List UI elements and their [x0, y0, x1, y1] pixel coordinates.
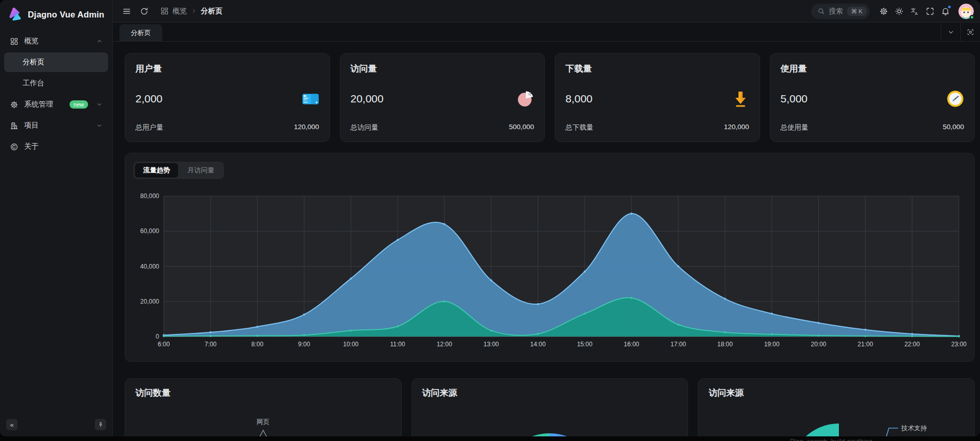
tab-analysis-page[interactable]: 分析页 [119, 24, 162, 41]
sidebar-item-label: 项目 [24, 121, 90, 130]
stat-card-footer-value: 120,000 [294, 123, 319, 132]
stat-card-value: 20,000 [351, 93, 384, 105]
copyright-icon [10, 143, 19, 151]
bottom-card-title: 访问数量 [135, 387, 391, 399]
clock-icon [947, 90, 964, 108]
background-window: Plan, search, build anything [0, 436, 980, 441]
page-content: 用户量2,000总用户量120,000访问量20,000%总访问量500,000… [113, 42, 980, 436]
chevron-right-icon [191, 8, 197, 14]
credit-card-icon [302, 90, 319, 108]
menu-icon [122, 7, 131, 16]
chart-tab-group: 流量趋势月访问量 [133, 162, 966, 179]
settings-button[interactable] [876, 4, 891, 19]
stat-cards-row: 用户量2,000总用户量120,000访问量20,000%总访问量500,000… [125, 53, 975, 142]
stat-card-3: 使用量5,000总使用量50,000 [770, 53, 975, 142]
breadcrumb: 概览分析页 [160, 7, 222, 16]
stat-card-title: 下载量 [565, 63, 749, 75]
stat-card-title: 使用量 [781, 63, 965, 75]
svg-text:20,000: 20,000 [140, 298, 159, 305]
sidebar-footer: « [6, 419, 106, 430]
download-icon [732, 90, 749, 108]
pie-label: 技术支持 [901, 425, 927, 432]
svg-text:18:00: 18:00 [717, 341, 733, 348]
svg-text:14:00: 14:00 [530, 341, 546, 348]
chart-tab-1[interactable]: 月访问量 [179, 163, 222, 178]
svg-text:6:00: 6:00 [158, 341, 170, 348]
svg-text:22:00: 22:00 [904, 341, 920, 348]
stat-card-value: 5,000 [781, 93, 808, 105]
fullscreen-icon [925, 7, 935, 16]
bottom-card-title: 访问来源 [422, 387, 678, 399]
svg-text:60,000: 60,000 [140, 227, 159, 235]
notifications-button[interactable] [938, 4, 953, 19]
menu-toggle-button[interactable] [119, 4, 134, 19]
chevron-down-icon [947, 28, 955, 36]
stat-card-footer-label: 总用户量 [135, 123, 163, 132]
language-button[interactable]: 文A [907, 4, 922, 19]
chart-tab-0[interactable]: 流量趋势 [135, 163, 178, 178]
sidebar-pin-button[interactable] [95, 419, 106, 430]
tabs-menu-button[interactable] [941, 23, 960, 41]
app-title: Djagno Vue Admin [28, 10, 105, 20]
sidebar-item-about[interactable]: 关于 [4, 137, 108, 156]
svg-text:0: 0 [156, 333, 159, 340]
stat-card-title: 访问量 [351, 63, 535, 75]
bottom-cards-row: 访问数量网页访问来源访问来源技术支持 [125, 378, 975, 436]
stat-card-value: 2,000 [135, 93, 163, 105]
traffic-chart-card: 流量趋势月访问量 020,00040,00060,00080,0006:007:… [125, 153, 975, 362]
chevron-down-icon [96, 122, 103, 129]
app-logo[interactable]: Djagno Vue Admin [0, 0, 112, 29]
building-icon [10, 121, 19, 130]
header: 概览分析页 搜索 ⌘ K 文A [113, 0, 980, 23]
sidebar-item-workbench[interactable]: 工作台 [4, 74, 108, 93]
stat-card-0: 用户量2,000总用户量120,000 [125, 53, 330, 142]
sidebar-item-project[interactable]: 项目 [4, 116, 108, 135]
svg-text:20:00: 20:00 [811, 341, 827, 348]
svg-text:16:00: 16:00 [624, 341, 639, 348]
stat-card-footer-label: 总下载量 [565, 123, 593, 132]
refresh-button[interactable] [136, 4, 152, 19]
stat-card-footer-value: 500,000 [509, 123, 534, 132]
stat-card-value: 8,000 [565, 93, 593, 105]
chevron-down-icon [96, 101, 103, 108]
tab-bar: 分析页 [113, 23, 980, 42]
svg-text:10:00: 10:00 [343, 341, 358, 348]
sun-icon [895, 7, 904, 16]
svg-text:19:00: 19:00 [764, 341, 780, 348]
sidebar-collapse-button[interactable]: « [6, 419, 18, 430]
maximize-button[interactable] [960, 23, 980, 41]
fullscreen-button[interactable] [922, 4, 938, 19]
bottom-card-title: 访问来源 [709, 387, 964, 399]
stat-card-footer-value: 50,000 [943, 123, 964, 132]
svg-text:40,000: 40,000 [140, 263, 159, 270]
desktop-background: Plan, search, build anything Djagno Vue … [0, 0, 980, 441]
svg-text:17:00: 17:00 [670, 341, 686, 348]
new-badge: new [70, 100, 88, 109]
sidebar-item-label: 系统管理 [24, 100, 64, 109]
svg-text:11:00: 11:00 [390, 341, 405, 348]
tab-bar-controls [941, 23, 980, 41]
svg-text:13:00: 13:00 [484, 341, 499, 348]
sidebar-item-label: 关于 [24, 142, 103, 151]
svg-text:23:00: 23:00 [951, 341, 967, 348]
search-icon [817, 7, 825, 15]
traffic-area-chart[interactable]: 020,00040,00060,00080,0006:007:008:009:0… [133, 185, 966, 351]
bottom-card-1: 访问来源 [411, 378, 689, 436]
chevron-up-icon [96, 38, 103, 45]
breadcrumb-current: 分析页 [201, 7, 222, 16]
svg-text:8:00: 8:00 [251, 341, 264, 348]
sidebar-item-label: 概览 [24, 37, 90, 46]
pie-chart [496, 433, 603, 436]
dashboard-icon [160, 7, 169, 15]
svg-text:12:00: 12:00 [437, 341, 452, 348]
refresh-icon [140, 7, 149, 16]
sidebar-item-analysis[interactable]: 分析页 [4, 52, 108, 72]
sidebar-item-overview[interactable]: 概览 [4, 31, 108, 51]
theme-button[interactable] [891, 4, 907, 19]
sidebar-item-system[interactable]: 系统管理new [4, 95, 108, 114]
user-avatar[interactable] [958, 4, 974, 19]
breadcrumb-item[interactable]: 概览 [173, 7, 187, 16]
app-logo-icon [7, 7, 23, 22]
gear-icon [10, 100, 19, 109]
search-input[interactable]: 搜索 ⌘ K [811, 4, 870, 19]
